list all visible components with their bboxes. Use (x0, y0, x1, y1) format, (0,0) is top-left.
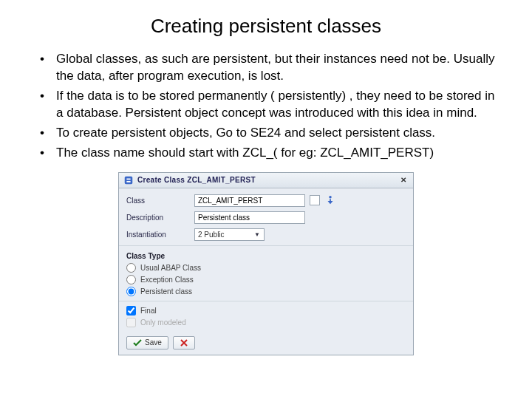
anchor-icon[interactable] (324, 194, 336, 206)
bullet-item: If the data is to be stored permanently … (40, 88, 502, 122)
dialog-body: Class Description Instantiation 2 Public… (119, 188, 413, 332)
class-suffix-input[interactable] (310, 195, 320, 205)
save-label: Save (145, 338, 162, 347)
divider (119, 301, 413, 301)
page-title: Creating persistent classes (30, 15, 502, 38)
class-label: Class (126, 197, 194, 205)
close-icon[interactable]: ✕ (398, 176, 409, 184)
svg-rect-0 (125, 176, 133, 184)
divider (119, 245, 413, 246)
checkbox-label: Only modeled (140, 318, 186, 327)
class-type-label: Class Type (126, 252, 406, 260)
dialog-footer: Save (119, 332, 413, 355)
instantiation-label: Instantiation (126, 231, 194, 239)
radio-persistent[interactable]: Persistent class (126, 287, 406, 296)
class-input[interactable] (194, 194, 305, 207)
checkbox-input (126, 318, 136, 327)
radio-input[interactable] (126, 275, 136, 284)
radio-input[interactable] (126, 263, 136, 273)
radio-label: Exception Class (140, 276, 194, 284)
instantiation-select[interactable]: 2 Public ▼ (194, 228, 265, 241)
row-instantiation: Instantiation 2 Public ▼ (126, 228, 406, 241)
save-button[interactable]: Save (126, 336, 168, 349)
checkbox-input[interactable] (126, 306, 136, 316)
radio-label: Persistent class (140, 287, 192, 296)
dialog-titlebar: Create Class ZCL_AMIT_PERST ✕ (119, 173, 413, 188)
radio-exception[interactable]: Exception Class (126, 275, 406, 284)
bullet-item: Global classes, as such are persistent, … (40, 51, 502, 85)
dialog-icon (123, 175, 134, 185)
row-class: Class (126, 194, 406, 207)
dialog-title: Create Class ZCL_AMIT_PERST (137, 176, 398, 184)
check-final[interactable]: Final (126, 306, 406, 316)
radio-input[interactable] (126, 287, 136, 296)
create-class-dialog: Create Class ZCL_AMIT_PERST ✕ Class Desc… (118, 172, 414, 355)
check-icon (133, 338, 142, 347)
bullet-item: To create persistent objects, Go to SE24… (40, 125, 502, 142)
checkbox-label: Final (140, 307, 157, 315)
cancel-icon (180, 338, 188, 347)
instantiation-value: 2 Public (198, 231, 253, 239)
slide: Creating persistent classes Global class… (0, 0, 532, 399)
radio-usual-abap[interactable]: Usual ABAP Class (126, 263, 406, 273)
description-label: Description (126, 214, 194, 222)
bullet-list: Global classes, as such are persistent, … (30, 51, 502, 162)
chevron-down-icon: ▼ (253, 231, 261, 238)
cancel-button[interactable] (173, 336, 195, 349)
radio-label: Usual ABAP Class (140, 264, 201, 272)
check-only-modeled: Only modeled (126, 318, 406, 327)
row-description: Description (126, 211, 406, 224)
description-input[interactable] (194, 211, 305, 224)
bullet-item: The class name should start with ZCL_( f… (40, 145, 502, 162)
